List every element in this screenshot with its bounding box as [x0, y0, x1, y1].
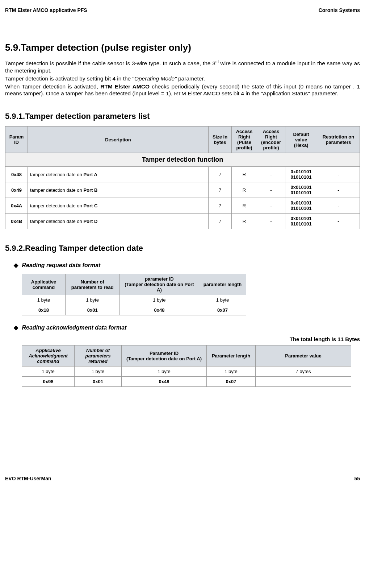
col-size: Size in bytes	[209, 127, 232, 153]
col-description: Description	[28, 127, 209, 153]
table-row: 1 byte 1 byte 1 byte 1 byte	[22, 295, 246, 305]
header-left: RTM Elster AMCO applicative PFS	[5, 7, 87, 13]
col-default: Default value (Hexa)	[285, 127, 317, 153]
footer-page-number: 55	[354, 476, 360, 481]
intro-paragraph-2: Tamper detection is activated by setting…	[5, 75, 360, 82]
table-row: 0x4B tamper detection date on Port D 7 R…	[5, 214, 360, 229]
table-row: 0x98 0x01 0x48 0x07	[22, 377, 351, 387]
intro-paragraph-1: Tamper detection is possible if the cabl…	[5, 60, 360, 74]
request-format-table: Applicative command Number of parameters…	[22, 274, 246, 315]
col-restriction: Restriction on parameters	[317, 127, 360, 153]
header-right: Coronis Systems	[319, 7, 360, 13]
table-section-row: Tamper detection function	[5, 153, 360, 167]
col-param-id: Param ID	[5, 127, 28, 153]
table-row: 0x48 tamper detection date on Port A 7 R…	[5, 167, 360, 182]
table-row: 0x18 0x01 0x48 0x07	[22, 305, 246, 315]
reading-request-heading: Reading request data format	[22, 262, 360, 269]
col-access-encoder: Access Right (encoder profile)	[257, 127, 285, 153]
subsection-5-9-2: 5.9.2.Reading Tamper detection date	[5, 244, 360, 253]
table-header-row: Applicative Acknowledgment command Numbe…	[22, 345, 351, 367]
footer-left: EVO RTM-UserMan	[5, 476, 51, 481]
table-header-row: Param ID Description Size in bytes Acces…	[5, 127, 360, 153]
subsection-5-9-1: 5.9.1.Tamper detection parameters list	[5, 112, 360, 121]
ack-format-table: Applicative Acknowledgment command Numbe…	[22, 345, 351, 387]
table-header-row: Applicative command Number of parameters…	[22, 274, 246, 295]
total-length-note: The total length is 11 Bytes	[5, 336, 360, 342]
intro-paragraph-3: When Tamper detection is activated, RTM …	[5, 83, 360, 98]
table-row: 1 byte 1 byte 1 byte 1 byte 7 bytes	[22, 367, 351, 377]
parameters-table: Param ID Description Size in bytes Acces…	[5, 126, 360, 229]
table-row: 0x4A tamper detection date on Port C 7 R…	[5, 198, 360, 214]
table-row: 0x49 tamper detection date on Port B 7 R…	[5, 182, 360, 198]
page-header: RTM Elster AMCO applicative PFS Coronis …	[5, 7, 360, 13]
page-footer: EVO RTM-UserMan 55	[5, 474, 360, 481]
section-heading-5-9: 5.9.Tamper detection (pulse register onl…	[5, 42, 360, 53]
reading-ack-heading: Reading acknowledgment data format	[22, 324, 360, 331]
col-access-pulse: Access Right (Pulse profile)	[232, 127, 257, 153]
